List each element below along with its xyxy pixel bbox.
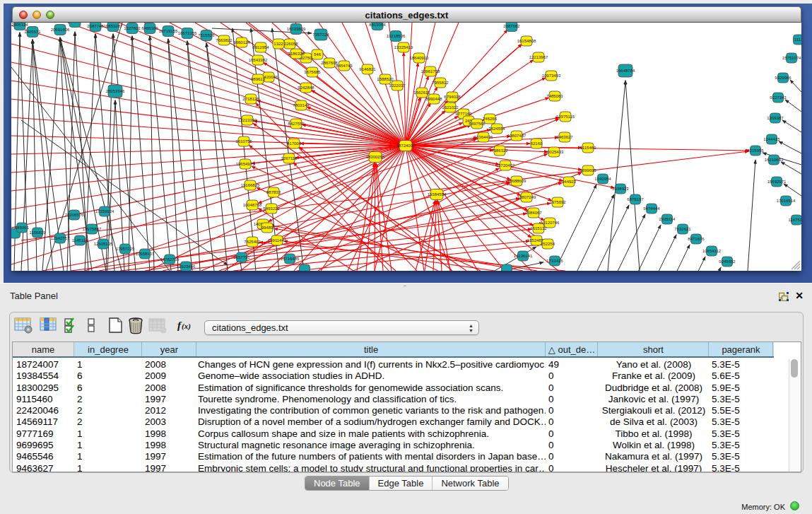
svg-text:12213967: 12213967 xyxy=(529,55,548,59)
svg-text:1733426: 1733426 xyxy=(546,259,563,263)
svg-text:15716485: 15716485 xyxy=(281,257,300,261)
svg-text:7803144: 7803144 xyxy=(293,103,310,107)
svg-text:15720407: 15720407 xyxy=(496,163,515,168)
svg-text:3267110: 3267110 xyxy=(281,156,298,160)
svg-text:20206576: 20206576 xyxy=(65,213,84,217)
svg-text:15751074: 15751074 xyxy=(782,56,801,60)
svg-text:17957225: 17957225 xyxy=(116,247,135,251)
svg-text:16648784: 16648784 xyxy=(616,69,635,73)
svg-text:16543382: 16543382 xyxy=(249,58,268,62)
svg-text:9474444: 9474444 xyxy=(643,206,660,211)
svg-text:2087682: 2087682 xyxy=(503,24,520,28)
svg-text:18640910: 18640910 xyxy=(410,56,429,60)
svg-text:6794028: 6794028 xyxy=(444,95,461,99)
svg-text:546: 546 xyxy=(314,52,322,57)
svg-text:9329966: 9329966 xyxy=(775,76,792,80)
svg-text:7986322: 7986322 xyxy=(491,148,508,153)
svg-text:944923: 944923 xyxy=(562,180,577,184)
svg-text:1588520: 1588520 xyxy=(377,77,394,81)
svg-text:1640954: 1640954 xyxy=(594,177,611,181)
svg-text:2867608: 2867608 xyxy=(321,61,338,65)
svg-text:12942757: 12942757 xyxy=(51,236,70,240)
svg-text:16671355: 16671355 xyxy=(178,31,197,35)
svg-text:19384554: 19384554 xyxy=(428,192,447,197)
svg-text:12213369: 12213369 xyxy=(238,118,257,122)
svg-text:10654112: 10654112 xyxy=(702,249,722,253)
svg-text:16853287: 16853287 xyxy=(104,24,123,28)
svg-text:8427552: 8427552 xyxy=(288,122,305,126)
svg-text:17359924: 17359924 xyxy=(95,209,114,214)
svg-text:8471676: 8471676 xyxy=(688,237,705,241)
svg-text:18724007: 18724007 xyxy=(396,144,416,148)
svg-text:1405571: 1405571 xyxy=(24,30,41,34)
svg-text:16782759: 16782759 xyxy=(160,257,180,262)
svg-text:15692971: 15692971 xyxy=(767,180,787,184)
svg-text:12923446: 12923446 xyxy=(177,264,196,269)
svg-text:9657791: 9657791 xyxy=(233,255,250,259)
svg-text:3322037: 3322037 xyxy=(389,83,406,88)
svg-text:19654975: 19654975 xyxy=(236,162,255,166)
svg-text:1527602: 1527602 xyxy=(124,26,141,30)
svg-text:1112: 1112 xyxy=(794,37,801,42)
svg-text:14136141: 14136141 xyxy=(514,254,533,258)
svg-text:9115460: 9115460 xyxy=(580,146,597,150)
svg-text:3675685: 3675685 xyxy=(304,70,321,74)
svg-text:99489: 99489 xyxy=(261,226,273,230)
svg-text:16911443: 16911443 xyxy=(268,238,287,243)
svg-text:10688609: 10688609 xyxy=(507,179,526,183)
svg-text:3624554: 3624554 xyxy=(488,127,505,131)
svg-text:9463627: 9463627 xyxy=(556,135,573,139)
svg-text:1145114: 1145114 xyxy=(72,238,88,243)
svg-text:21364436: 21364436 xyxy=(474,135,493,139)
svg-text:7515526: 7515526 xyxy=(198,33,215,37)
svg-text:3186328: 3186328 xyxy=(288,52,305,56)
svg-text:9242848: 9242848 xyxy=(298,86,314,90)
svg-text:1156829: 1156829 xyxy=(30,230,47,235)
svg-text:252254: 252254 xyxy=(541,242,555,246)
svg-text:8990448: 8990448 xyxy=(425,97,442,101)
svg-text:6466160: 6466160 xyxy=(141,26,158,30)
svg-text:19166825: 19166825 xyxy=(241,183,260,187)
svg-text:12905135: 12905135 xyxy=(94,242,113,246)
svg-text:19975867: 19975867 xyxy=(83,227,102,231)
svg-text:10719155: 10719155 xyxy=(159,29,178,33)
svg-text:7955812: 7955812 xyxy=(432,81,449,85)
svg-text:1615132: 1615132 xyxy=(530,226,547,230)
svg-text:2718126: 2718126 xyxy=(242,97,259,101)
svg-text:8215955: 8215955 xyxy=(747,148,764,153)
svg-text:18807249: 18807249 xyxy=(517,195,536,199)
svg-text:16033809: 16033809 xyxy=(287,27,306,31)
svg-text:7357224: 7357224 xyxy=(312,33,329,37)
svg-text:10973493: 10973493 xyxy=(542,74,561,78)
svg-text:6879197: 6879197 xyxy=(627,197,644,201)
svg-text:18300295: 18300295 xyxy=(366,155,385,159)
svg-text:989613: 989613 xyxy=(251,77,266,81)
svg-text:(x): (x) xyxy=(182,322,191,331)
svg-text:8454749: 8454749 xyxy=(336,64,353,68)
svg-text:9146821: 9146821 xyxy=(359,67,376,71)
svg-text:9777169: 9777169 xyxy=(455,112,472,116)
svg-text:417006: 417006 xyxy=(287,141,302,146)
svg-text:5493222: 5493222 xyxy=(263,206,280,211)
svg-text:7625402: 7625402 xyxy=(244,240,261,244)
svg-text:10958107: 10958107 xyxy=(136,252,155,256)
svg-text:1322: 1322 xyxy=(273,42,283,46)
svg-text:13325419: 13325419 xyxy=(394,45,413,49)
svg-text:9660124: 9660124 xyxy=(233,40,250,45)
svg-text:16154808: 16154808 xyxy=(517,39,536,43)
svg-text:9227343: 9227343 xyxy=(770,95,787,100)
svg-text:62160: 62160 xyxy=(531,141,543,146)
svg-text:2935114: 2935114 xyxy=(659,217,676,221)
svg-text:9084067: 9084067 xyxy=(525,211,542,215)
svg-text:19218506: 19218506 xyxy=(387,34,406,38)
svg-text:10961758: 10961758 xyxy=(421,69,440,74)
svg-text:746266: 746266 xyxy=(483,117,498,121)
svg-text:28053346: 28053346 xyxy=(106,89,125,93)
svg-text:6497568: 6497568 xyxy=(469,122,486,126)
svg-text:9699695: 9699695 xyxy=(579,168,596,173)
svg-text:10807487: 10807487 xyxy=(507,134,526,138)
svg-text:7632621: 7632621 xyxy=(674,227,691,231)
svg-text:1562615: 1562615 xyxy=(413,90,430,95)
svg-text:10046768: 10046768 xyxy=(243,203,262,207)
svg-text:8912954: 8912954 xyxy=(252,45,269,49)
